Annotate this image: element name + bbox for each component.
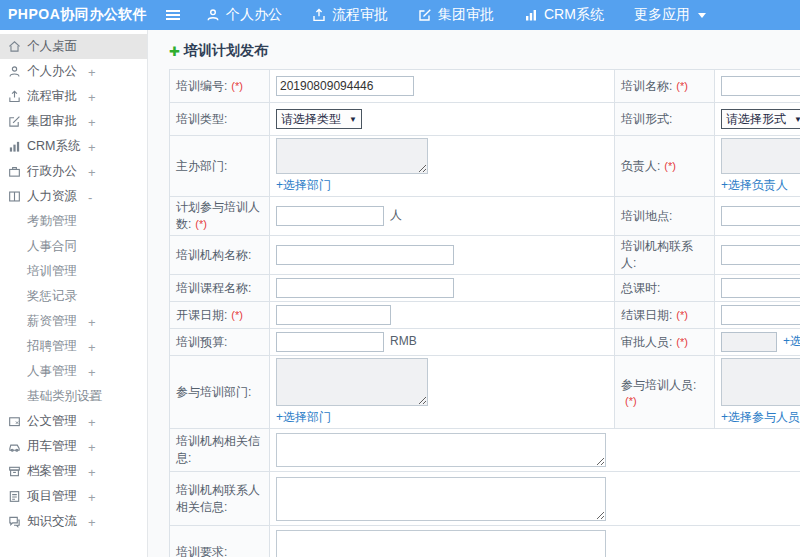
expand-indicator[interactable]: + [88, 164, 96, 179]
sidebar-item-workflow-approval[interactable]: 流程审批 + [0, 84, 147, 109]
expand-indicator[interactable]: + [88, 414, 96, 429]
sidebar-item-training-management[interactable]: 培训管理 [0, 259, 147, 284]
training-no-label: 培训编号:(*) [170, 70, 270, 103]
expand-indicator[interactable]: + [88, 489, 96, 504]
expand-indicator[interactable]: + [88, 464, 96, 479]
sidebar-item-personnel-management[interactable]: 人事管理 + [0, 359, 147, 384]
caret-down-icon [698, 13, 706, 18]
sidebar-item-label: 人事管理 [27, 363, 77, 380]
participating-depts-textarea[interactable] [276, 358, 428, 406]
requirements-textarea[interactable] [276, 530, 606, 557]
training-name-label: 培训名称:(*) [615, 70, 715, 103]
select-dept-link[interactable]: +选择部门 [276, 409, 331, 426]
required-mark: (*) [231, 309, 243, 321]
org-contact-label: 培训机构联系人: [615, 236, 715, 275]
approver-input[interactable] [721, 332, 777, 352]
nav-more-apps[interactable]: 更多应用 [634, 6, 706, 24]
nav-crm-system[interactable]: CRM系统 [524, 6, 604, 24]
expand-indicator[interactable]: + [88, 64, 96, 79]
expand-indicator[interactable]: + [88, 364, 96, 379]
project-icon [8, 490, 22, 504]
org-name-input[interactable] [276, 245, 454, 265]
sidebar-item-label: 培训管理 [27, 263, 77, 280]
course-name-label: 培训课程名称: [170, 275, 270, 302]
expand-indicator[interactable]: + [88, 314, 96, 329]
training-name-input[interactable] [721, 76, 800, 96]
expand-indicator[interactable]: + [88, 89, 96, 104]
sidebar-item-crm-system[interactable]: CRM系统 + [0, 134, 147, 159]
sidebar-item-label: 集团审批 [27, 113, 77, 130]
chart-icon [524, 8, 538, 22]
top-nav: 个人办公 流程审批 集团审批 CRM系统 更多应用 [206, 6, 736, 24]
sidebar-item-attendance-management[interactable]: 考勤管理 [0, 209, 147, 234]
total-hours-label: 总课时: [615, 275, 715, 302]
document-icon [8, 415, 22, 429]
requirements-label: 培训要求: [170, 526, 270, 557]
location-input[interactable] [721, 206, 800, 226]
nav-workflow-approval[interactable]: 流程审批 [312, 6, 388, 24]
sidebar-item-project-management[interactable]: 项目管理 + [0, 484, 147, 509]
approver-label: 审批人员:(*) [615, 329, 715, 356]
org-info-textarea[interactable] [276, 433, 606, 467]
participants-textarea[interactable] [721, 358, 800, 406]
training-type-select[interactable]: 请选择类型▼ [276, 109, 362, 129]
budget-label: 培训预算: [170, 329, 270, 356]
collapse-indicator[interactable]: - [88, 189, 92, 204]
sidebar-item-hr-contracts[interactable]: 人事合同 [0, 234, 147, 259]
sidebar-item-vehicle-management[interactable]: 用车管理 + [0, 434, 147, 459]
leader-label: 负责人:(*) [615, 136, 715, 197]
sidebar-item-archive-management[interactable]: 档案管理 + [0, 459, 147, 484]
sidebar-item-salary-management[interactable]: 薪资管理 + [0, 309, 147, 334]
sidebar-item-label: 行政办公 [27, 163, 77, 180]
sidebar-item-reward-punishment-records[interactable]: 奖惩记录 [0, 284, 147, 309]
training-type-label: 培训类型: [170, 103, 270, 136]
org-contact-info-label: 培训机构联系人相关信息: [170, 472, 270, 526]
main-content: ✚ 培训计划发布 培训编号:(*) 培训名称:(*) 培训类型: 请选择类型▼ … [149, 30, 800, 557]
sidebar-item-knowledge-exchange[interactable]: 知识交流 + [0, 509, 147, 534]
select-participants-link[interactable]: +选择参与人员 [721, 409, 800, 426]
expand-indicator[interactable]: + [88, 139, 96, 154]
top-header: PHPOA协同办公软件 个人办公 流程审批 [0, 0, 800, 30]
org-info-label: 培训机构相关信息: [170, 429, 270, 472]
expand-indicator[interactable]: + [88, 339, 96, 354]
expand-indicator[interactable]: + [88, 114, 96, 129]
end-date-input[interactable] [721, 305, 800, 325]
total-hours-input[interactable] [721, 278, 800, 298]
sidebar-item-human-resources[interactable]: 人力资源 - [0, 184, 147, 209]
sidebar-item-admin-office[interactable]: 行政办公 + [0, 159, 147, 184]
select-dept-link[interactable]: +选择部门 [276, 177, 331, 194]
sidebar-item-personal-desktop[interactable]: 个人桌面 [0, 34, 147, 59]
sidebar-item-document-management[interactable]: 公文管理 + [0, 409, 147, 434]
host-dept-textarea[interactable] [276, 138, 428, 174]
nav-personal-office[interactable]: 个人办公 [206, 6, 282, 24]
expand-indicator[interactable]: + [88, 389, 96, 404]
start-date-input[interactable] [276, 305, 391, 325]
user-icon [8, 65, 22, 79]
user-icon [206, 8, 220, 22]
training-no-input[interactable] [276, 76, 414, 96]
sidebar-item-base-category-settings[interactable]: 基础类别设置 + [0, 384, 147, 409]
select-leader-link[interactable]: +选择负责人 [721, 177, 788, 194]
app-screen: PHPOA协同办公软件 个人办公 流程审批 [0, 0, 800, 557]
org-contact-input[interactable] [721, 245, 800, 265]
expand-indicator[interactable]: + [88, 514, 96, 529]
car-icon [8, 440, 22, 454]
participating-depts-label: 参与培训部门: [170, 356, 270, 429]
sidebar-item-recruitment-management[interactable]: 招聘管理 + [0, 334, 147, 359]
course-name-input[interactable] [276, 278, 454, 298]
planned-participants-input[interactable] [276, 206, 384, 226]
briefcase-icon [8, 165, 22, 179]
sidebar-item-group-approval[interactable]: 集团审批 + [0, 109, 147, 134]
sidebar-item-label: 奖惩记录 [27, 288, 77, 305]
menu-toggle-button[interactable] [156, 9, 190, 21]
approval-icon [418, 8, 432, 22]
training-form-label: 培训形式: [615, 103, 715, 136]
sidebar-item-personal-office[interactable]: 个人办公 + [0, 59, 147, 84]
training-form-select[interactable]: 请选择形式▼ [721, 109, 800, 129]
select-approver-link[interactable]: +选择审批人员 [783, 334, 800, 348]
budget-input[interactable] [276, 332, 384, 352]
nav-group-approval[interactable]: 集团审批 [418, 6, 494, 24]
expand-indicator[interactable]: + [88, 439, 96, 454]
org-contact-info-textarea[interactable] [276, 477, 606, 521]
leader-textarea[interactable] [721, 138, 800, 174]
